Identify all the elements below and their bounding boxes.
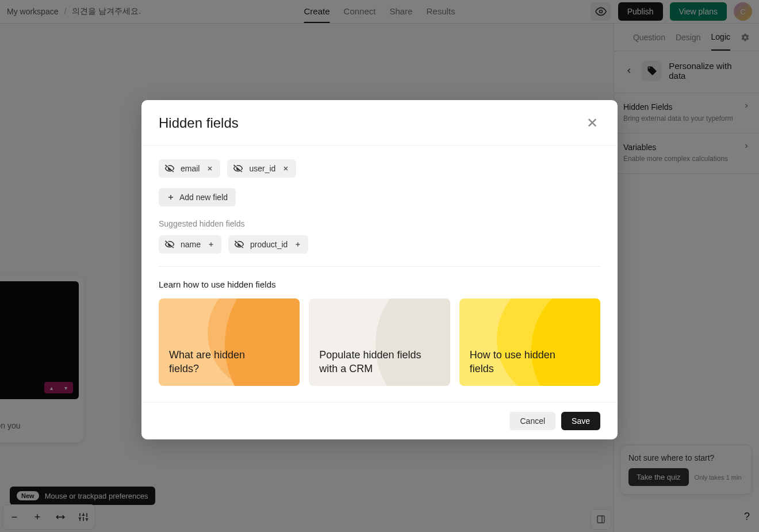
hidden-icon: [164, 163, 175, 174]
learn-card-title: What are hidden fields?: [169, 349, 271, 376]
hidden-icon: [233, 163, 243, 174]
field-chip-email: email: [159, 159, 220, 178]
field-chip-label: user_id: [249, 164, 275, 173]
remove-field-button[interactable]: [281, 164, 290, 173]
remove-field-button[interactable]: [205, 164, 214, 173]
save-button[interactable]: Save: [561, 412, 600, 430]
plus-icon: [167, 193, 175, 201]
suggested-label: Suggested hidden fields: [159, 219, 600, 228]
hidden-icon: [234, 239, 244, 250]
suggested-chip-name: name: [159, 235, 221, 254]
close-icon: ✕: [586, 115, 598, 131]
suggested-chip-label: name: [181, 240, 201, 249]
learn-card-title: Populate hidden fields with a CRM: [319, 349, 421, 376]
add-field-button[interactable]: Add new field: [159, 188, 236, 206]
divider: [159, 266, 600, 267]
field-chips: email user_id: [159, 159, 600, 178]
learn-card-what[interactable]: What are hidden fields?: [159, 298, 300, 386]
add-field-label: Add new field: [179, 193, 228, 202]
add-suggested-button[interactable]: [293, 240, 302, 249]
hidden-fields-modal: Hidden fields ✕ email user_id: [141, 100, 618, 439]
field-chip-label: email: [181, 164, 200, 173]
field-chip-user-id: user_id: [227, 159, 296, 178]
hidden-icon: [164, 239, 175, 250]
learn-title: Learn how to use hidden fields: [159, 280, 600, 289]
learn-cards: What are hidden fields? Populate hidden …: [159, 298, 600, 386]
learn-card-populate[interactable]: Populate hidden fields with a CRM: [309, 298, 450, 386]
suggested-chips: name product_id: [159, 235, 600, 254]
modal-header: Hidden fields ✕: [141, 100, 618, 146]
suggested-chip-label: product_id: [250, 240, 288, 249]
modal-body: email user_id Add new field Suggeste: [141, 146, 618, 402]
modal-footer: Cancel Save: [141, 402, 618, 439]
learn-card-howto[interactable]: How to use hidden fields: [459, 298, 600, 386]
add-suggested-button[interactable]: [206, 240, 216, 249]
learn-card-title: How to use hidden fields: [470, 349, 572, 376]
close-button[interactable]: ✕: [584, 113, 600, 133]
cancel-button[interactable]: Cancel: [509, 412, 555, 430]
modal-title: Hidden fields: [159, 115, 239, 131]
suggested-chip-product-id: product_id: [228, 235, 308, 254]
